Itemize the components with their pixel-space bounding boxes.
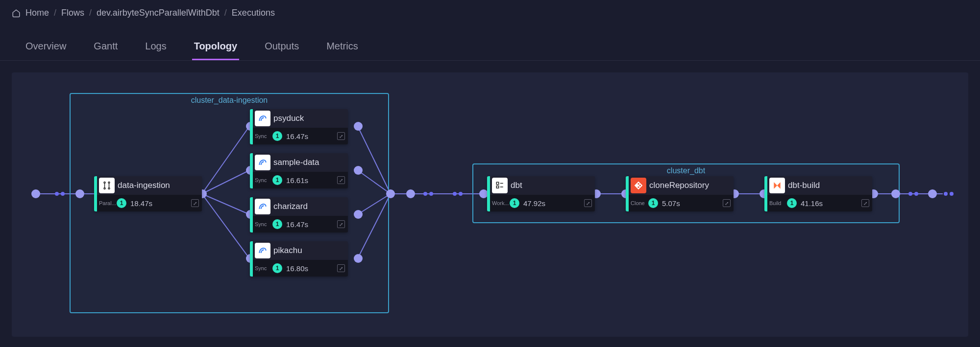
dbt-icon: [769, 178, 785, 193]
svg-point-7: [637, 186, 639, 188]
node-title: cloneRepository: [649, 181, 709, 190]
node-title: pikachu: [273, 246, 302, 255]
tab-outputs[interactable]: Outputs: [263, 34, 301, 60]
port: [950, 192, 954, 196]
node-title: data-ingestion: [118, 181, 170, 190]
tab-topology[interactable]: Topology: [192, 34, 240, 60]
git-icon: [631, 178, 646, 193]
node-title: dbt-build: [788, 181, 820, 190]
node-data-ingestion[interactable]: data-ingestion Paral... 1 18.47s ⤢: [94, 176, 202, 211]
svg-point-8: [639, 185, 641, 186]
expand-icon[interactable]: ⤢: [861, 199, 869, 207]
tab-gantt[interactable]: Gantt: [92, 34, 120, 60]
attempt-badge: 1: [648, 198, 658, 208]
svg-point-3: [108, 188, 110, 189]
node-clone-repository[interactable]: cloneRepository Clone 1 5.07s ⤢: [626, 176, 734, 211]
svg-point-1: [108, 182, 110, 184]
airbyte-icon: [255, 111, 270, 126]
breadcrumb-executions[interactable]: Executions: [232, 8, 275, 18]
expand-icon[interactable]: ⤢: [584, 199, 592, 207]
node-type: Paral...: [97, 200, 117, 206]
attempt-badge: 1: [787, 198, 797, 208]
svg-point-6: [637, 183, 639, 185]
node-dbt[interactable]: dbt Work... 1 47.92s ⤢: [487, 176, 595, 211]
tab-logs[interactable]: Logs: [143, 34, 168, 60]
node-type: Sync: [253, 133, 272, 139]
node-duration: 41.16s: [801, 199, 861, 208]
port: [386, 189, 395, 198]
tab-overview[interactable]: Overview: [24, 34, 68, 60]
airbyte-icon: [255, 199, 270, 214]
cluster-label-ingestion: cluster_data-ingestion: [71, 96, 388, 105]
airbyte-icon: [255, 243, 270, 258]
port: [354, 122, 363, 131]
topology-canvas[interactable]: cluster_data-ingestion cluster_dbt data-…: [12, 72, 968, 337]
expand-icon[interactable]: ⤢: [337, 264, 345, 272]
port: [891, 189, 900, 198]
expand-icon[interactable]: ⤢: [337, 132, 345, 140]
expand-icon[interactable]: ⤢: [723, 199, 731, 207]
expand-icon[interactable]: ⤢: [191, 199, 199, 207]
node-duration: 18.47s: [130, 199, 191, 208]
port: [429, 192, 433, 196]
breadcrumb-home[interactable]: Home: [25, 8, 49, 18]
attempt-badge: 1: [272, 263, 282, 273]
node-sample-data[interactable]: sample-data Sync 1 16.61s ⤢: [250, 153, 348, 188]
parallel-icon: [99, 178, 115, 193]
svg-rect-4: [496, 182, 499, 185]
breadcrumb: Home / Flows / dev.airbyteSyncParallelWi…: [0, 0, 980, 26]
port: [31, 189, 40, 198]
node-type: Clone: [629, 200, 648, 206]
cluster-label-dbt: cluster_dbt: [473, 166, 899, 175]
breadcrumb-sep: /: [224, 8, 227, 18]
port: [928, 189, 937, 198]
node-title: psyduck: [273, 114, 304, 123]
home-icon[interactable]: [12, 9, 21, 18]
node-title: charizard: [273, 202, 308, 211]
port: [423, 192, 427, 196]
node-duration: 5.07s: [662, 199, 723, 208]
attempt-badge: 1: [272, 175, 282, 185]
breadcrumb-sep: /: [54, 8, 56, 18]
node-type: Work...: [490, 200, 510, 206]
node-type: Sync: [253, 265, 272, 271]
port: [354, 210, 363, 219]
svg-point-0: [104, 182, 105, 184]
node-title: dbt: [511, 181, 522, 190]
airbyte-icon: [255, 155, 270, 170]
node-dbt-build[interactable]: dbt-build Build 1 41.16s ⤢: [764, 176, 872, 211]
node-type: Sync: [253, 221, 272, 227]
node-duration: 16.61s: [286, 176, 337, 185]
port: [61, 192, 65, 196]
port: [354, 254, 363, 263]
attempt-badge: 1: [272, 131, 282, 141]
node-type: Build: [767, 200, 787, 206]
attempt-badge: 1: [272, 219, 282, 229]
attempt-badge: 1: [117, 198, 126, 208]
breadcrumb-flows[interactable]: Flows: [61, 8, 84, 18]
port: [944, 192, 948, 196]
port: [914, 192, 918, 196]
svg-rect-5: [496, 186, 499, 188]
node-duration: 16.47s: [286, 220, 337, 229]
node-type: Sync: [253, 177, 272, 183]
svg-point-2: [104, 188, 105, 189]
node-psyduck[interactable]: psyduck Sync 1 16.47s ⤢: [250, 109, 348, 144]
port: [354, 166, 363, 175]
expand-icon[interactable]: ⤢: [337, 176, 345, 184]
port: [459, 192, 463, 196]
port: [406, 189, 415, 198]
node-charizard[interactable]: charizard Sync 1 16.47s ⤢: [250, 197, 348, 232]
expand-icon[interactable]: ⤢: [337, 220, 345, 228]
worker-icon: [492, 178, 508, 193]
node-duration: 47.92s: [523, 199, 584, 208]
node-title: sample-data: [273, 158, 319, 167]
node-pikachu[interactable]: pikachu Sync 1 16.80s ⤢: [250, 241, 348, 277]
breadcrumb-sep: /: [89, 8, 92, 18]
node-duration: 16.80s: [286, 264, 337, 273]
port: [75, 189, 84, 198]
port: [55, 192, 59, 196]
breadcrumb-flow[interactable]: dev.airbyteSyncParallelWithDbt: [97, 8, 220, 18]
tab-metrics[interactable]: Metrics: [324, 34, 360, 60]
port: [453, 192, 457, 196]
